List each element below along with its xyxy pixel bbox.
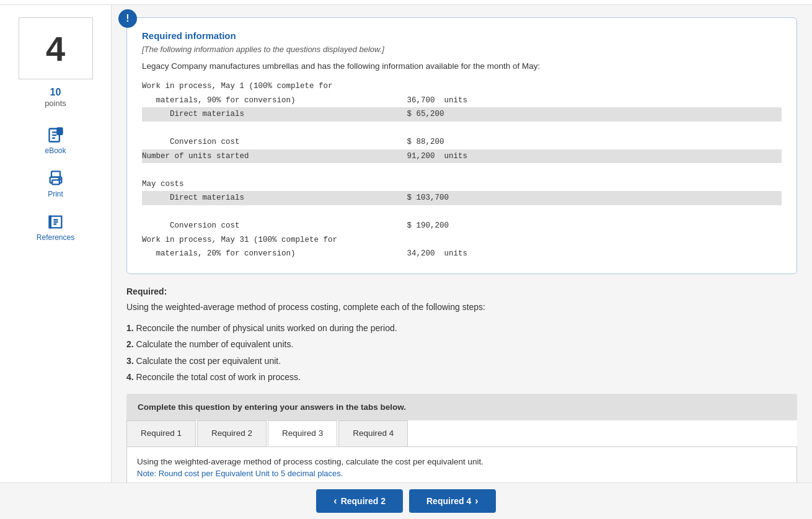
- svg-point-8: [58, 179, 60, 180]
- points-number: 10: [45, 87, 66, 98]
- svg-rect-5: [51, 171, 60, 177]
- step-2-num: 2.: [126, 339, 134, 349]
- question-number-box: 4: [19, 17, 93, 79]
- step-1: 1. Reconcile the number of physical unit…: [126, 321, 797, 335]
- next-label: Required 4: [426, 496, 471, 506]
- references-icon: [47, 213, 64, 231]
- bottom-nav: ‹ Required 2 Required 4 ›: [0, 482, 812, 519]
- info-badge-icon: !: [126, 13, 129, 24]
- ebook-button[interactable]: eBook: [15, 120, 96, 161]
- question-number: 4: [46, 29, 65, 69]
- prev-arrow-icon: ‹: [333, 495, 337, 507]
- next-arrow-icon: ›: [475, 495, 478, 507]
- ebook-icon: [47, 126, 64, 144]
- step-4: 4. Reconcile the total cost of work in p…: [126, 370, 797, 384]
- sidebar: 4 10 points eBook Print: [0, 5, 112, 519]
- tab-required-1[interactable]: Required 1: [126, 420, 196, 446]
- tab-required-4[interactable]: Required 4: [338, 420, 408, 446]
- points-block: 10 points: [45, 87, 66, 108]
- complete-bar: Complete this question by entering your …: [126, 394, 797, 420]
- info-card-intro: Legacy Company manufactures umbrellas an…: [142, 61, 782, 71]
- points-label: points: [45, 99, 66, 108]
- svg-rect-4: [57, 128, 62, 135]
- info-card: ! Required information [The following in…: [126, 17, 797, 274]
- prev-button[interactable]: ‹ Required 2: [316, 489, 403, 513]
- info-card-title: Required information: [142, 30, 782, 41]
- step-1-num: 1.: [126, 323, 134, 333]
- references-label: References: [37, 233, 74, 242]
- step-4-num: 4.: [126, 372, 134, 382]
- main-content: ! Required information [The following in…: [112, 5, 812, 519]
- note-text: Note: Round cost per Equivalent Unit to …: [137, 469, 787, 478]
- next-button[interactable]: Required 4 ›: [409, 489, 496, 513]
- step-2-text: Calculate the number of equivalent units…: [136, 339, 294, 349]
- required-section: Required: Using the weighted-average met…: [126, 286, 797, 384]
- prev-label: Required 2: [341, 496, 386, 506]
- info-badge: !: [118, 9, 137, 28]
- print-label: Print: [48, 190, 63, 198]
- tabs-container: Required 1 Required 2 Required 3 Require…: [126, 420, 797, 447]
- ebook-label: eBook: [45, 146, 66, 155]
- step-4-text: Reconcile the total cost of work in proc…: [136, 372, 301, 382]
- svg-rect-7: [52, 180, 60, 184]
- svg-rect-9: [48, 216, 51, 229]
- tab-required-2[interactable]: Required 2: [197, 420, 267, 446]
- step-3-text: Calculate the cost per equivalent unit.: [136, 356, 281, 366]
- step-3-num: 3.: [126, 356, 134, 366]
- required-header: Required:: [126, 286, 797, 296]
- print-icon: [47, 170, 64, 187]
- step-1-text: Reconcile the number of physical units w…: [136, 323, 397, 333]
- step-2: 2. Calculate the number of equivalent un…: [126, 337, 797, 351]
- steps-list: 1. Reconcile the number of physical unit…: [126, 321, 797, 384]
- info-card-subtitle: [The following information applies to th…: [142, 45, 782, 54]
- references-button[interactable]: References: [15, 207, 96, 248]
- tab-required-3[interactable]: Required 3: [268, 420, 337, 446]
- print-button[interactable]: Print: [15, 164, 96, 205]
- required-desc: Using the weighted-average method of pro…: [126, 300, 797, 314]
- step-3: 3. Calculate the cost per equivalent uni…: [126, 354, 797, 368]
- tab-instruction: Using the weighted-average method of pro…: [137, 457, 787, 466]
- data-block: Work in process, May 1 (100% complete fo…: [142, 79, 782, 261]
